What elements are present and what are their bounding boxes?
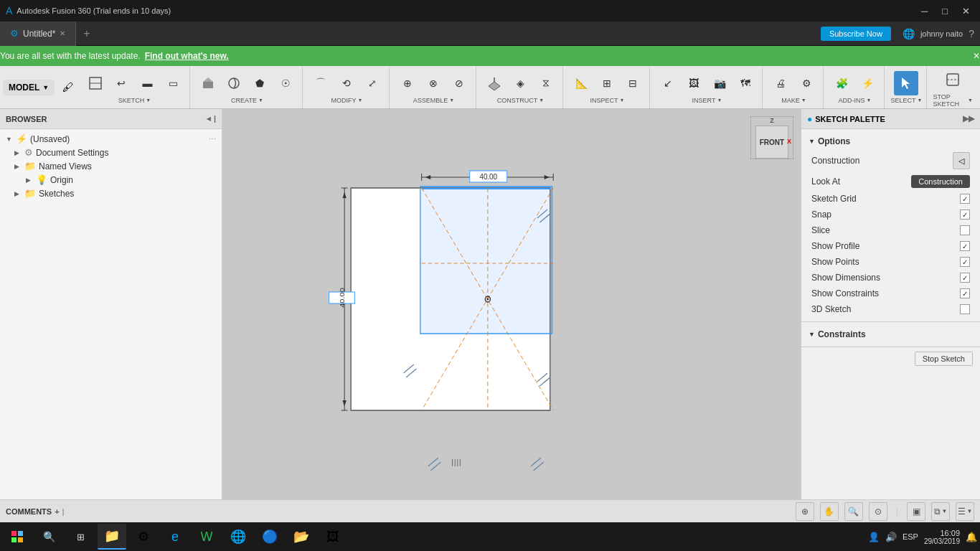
- view-settings-button[interactable]: ☰▼: [956, 502, 974, 521]
- construction-icon-button[interactable]: ◁: [953, 152, 970, 169]
- show-dimensions-checkbox[interactable]: ✓: [960, 273, 970, 283]
- tree-item-sketches[interactable]: ▶ 📁 Sketches: [0, 187, 222, 200]
- construct-point-button[interactable]: ⧖: [534, 71, 558, 95]
- insert-decal-button[interactable]: 📷: [707, 71, 732, 95]
- tree-item-named-views[interactable]: ▶ 📁 Named Views: [0, 159, 222, 173]
- taskbar-app-chrome[interactable]: 🔵: [255, 524, 284, 550]
- create-sweep-button[interactable]: ⬟: [248, 71, 272, 95]
- sidebar-expand-icon[interactable]: ◂: [207, 114, 211, 123]
- tree-item-origin[interactable]: ▶ 💡 Origin: [0, 173, 222, 187]
- grid-settings-button[interactable]: ⧉▼: [931, 502, 950, 521]
- sketch-line-button[interactable]: ▬: [135, 71, 159, 95]
- modify-fillet-button[interactable]: ⌒: [308, 71, 333, 95]
- show-points-checkbox[interactable]: ✓: [960, 257, 970, 267]
- clock[interactable]: 16:09 29/03/2019: [924, 529, 960, 545]
- canvas-area[interactable]: Z FRONT X: [222, 109, 801, 499]
- subscribe-now-button[interactable]: Subscribe Now: [821, 27, 891, 41]
- new-component-button[interactable]: 🖋: [59, 75, 77, 100]
- help-icon[interactable]: ?: [969, 28, 974, 39]
- create-loft-button[interactable]: ☉: [273, 71, 298, 95]
- modify-chamfer-button[interactable]: ⟲: [334, 71, 359, 95]
- banner-link[interactable]: Find out what's new.: [145, 51, 229, 61]
- sidebar-pin-icon[interactable]: |: [214, 114, 216, 123]
- pan-view-button[interactable]: ✋: [820, 502, 839, 521]
- language-indicator[interactable]: ESP: [903, 532, 918, 541]
- taskbar-app-photos[interactable]: 🖼: [319, 524, 347, 550]
- tree-item-document-settings[interactable]: ▶ ⚙ Document Settings: [0, 146, 222, 159]
- sketch-undo-button[interactable]: ↩: [109, 71, 133, 95]
- insert-derive-button[interactable]: ↙: [656, 71, 680, 95]
- make-group-label[interactable]: MAKE ▼: [781, 97, 806, 104]
- assemble-motion-button[interactable]: ⊘: [447, 71, 471, 95]
- banner-close-button[interactable]: ✕: [973, 51, 980, 61]
- minimize-button[interactable]: ─: [917, 4, 932, 18]
- modify-group-label[interactable]: MODIFY ▼: [331, 97, 363, 104]
- close-button[interactable]: ✕: [958, 4, 974, 18]
- addins-group-label[interactable]: ADD-INS ▼: [838, 97, 871, 104]
- notification-icon[interactable]: 🔔: [966, 532, 977, 542]
- maximize-button[interactable]: □: [938, 4, 952, 18]
- taskbar-app-settings[interactable]: ⚙: [129, 524, 158, 550]
- create-extrude-button[interactable]: [196, 71, 220, 95]
- zoom-window-button[interactable]: ⊙: [869, 502, 887, 521]
- sketch-group-label[interactable]: SKETCH ▼: [118, 97, 151, 104]
- insert-group-label[interactable]: INSERT ▼: [692, 97, 722, 104]
- taskbar-search-button[interactable]: 🔍: [34, 524, 63, 550]
- tree-item-root[interactable]: ▼ ⚡ (Unsaved) ⋯: [0, 132, 222, 146]
- stopsketch-group-label[interactable]: STOP SKETCH ▼: [933, 93, 973, 108]
- palette-constraints-header[interactable]: ▼ Constraints: [801, 326, 980, 342]
- insert-canvas-button[interactable]: 🖼: [682, 71, 706, 95]
- insert-svg-button[interactable]: 🗺: [733, 71, 758, 95]
- construct-group-label[interactable]: CONSTRUCT ▼: [497, 97, 544, 104]
- select-group-label[interactable]: SELECT ▼: [890, 97, 922, 104]
- addins-store-button[interactable]: ⚡: [855, 71, 880, 95]
- assemble-rigid-button[interactable]: ⊗: [421, 71, 446, 95]
- sketch-create-button[interactable]: [83, 71, 108, 95]
- 3d-sketch-checkbox[interactable]: [960, 304, 970, 314]
- model-selector[interactable]: MODEL ▼: [3, 80, 55, 95]
- palette-options-header[interactable]: ▼ Options: [801, 133, 980, 149]
- display-settings-button[interactable]: ▣: [907, 502, 925, 521]
- construct-axis-button[interactable]: ◈: [508, 71, 532, 95]
- document-tab[interactable]: ⚙ Untitled* ✕: [0, 22, 76, 46]
- show-constraints-checkbox[interactable]: ✓: [960, 288, 970, 298]
- network-icon[interactable]: 👤: [868, 532, 880, 542]
- inspect-group-label[interactable]: INSPECT ▼: [590, 97, 624, 104]
- assemble-group-label[interactable]: ASSEMBLE ▼: [413, 97, 454, 104]
- tree-actions-root[interactable]: ⋯: [209, 135, 216, 143]
- sketch-rect-button[interactable]: ▭: [161, 71, 185, 95]
- stop-sketch-button[interactable]: Stop Sketch: [915, 352, 973, 366]
- orbit-view-button[interactable]: ⊕: [796, 502, 814, 521]
- taskbar-app-ie[interactable]: e: [161, 524, 189, 550]
- taskbar-app-file-explorer[interactable]: 📁: [98, 524, 126, 550]
- taskbar-app-file-manager[interactable]: 📂: [287, 524, 316, 550]
- taskbar-taskview-button[interactable]: ⊞: [66, 524, 95, 550]
- volume-icon[interactable]: 🔊: [885, 532, 897, 542]
- slice-checkbox[interactable]: [960, 225, 970, 235]
- modify-shell-button[interactable]: ⤢: [360, 71, 385, 95]
- assemble-joint-button[interactable]: ⊕: [395, 71, 420, 95]
- construct-plane-button[interactable]: [482, 71, 507, 95]
- taskbar-app-word[interactable]: W: [192, 524, 221, 550]
- create-group-label[interactable]: CREATE ▼: [231, 97, 263, 104]
- comments-add-icon[interactable]: +: [55, 507, 59, 516]
- inspect-measure-button[interactable]: 📐: [569, 71, 593, 95]
- snap-checkbox[interactable]: ✓: [960, 209, 970, 220]
- new-tab-button[interactable]: +: [76, 27, 97, 40]
- sketch-grid-checkbox[interactable]: ✓: [960, 194, 970, 204]
- palette-expand-icon[interactable]: ▶▶: [963, 114, 974, 123]
- select-button[interactable]: [894, 71, 918, 95]
- make-3dprint-button[interactable]: 🖨: [768, 71, 793, 95]
- construction-tag-button[interactable]: Construction: [911, 175, 970, 188]
- zoom-view-button[interactable]: 🔍: [844, 502, 863, 521]
- stop-sketch-toolbar-button[interactable]: [941, 67, 965, 92]
- show-profile-checkbox[interactable]: ✓: [960, 241, 970, 251]
- taskbar-app-edge[interactable]: 🌐: [224, 524, 253, 550]
- make-settings-button[interactable]: ⚙: [794, 71, 819, 95]
- addins-scripts-button[interactable]: 🧩: [829, 71, 854, 95]
- windows-start-button[interactable]: [3, 524, 32, 550]
- create-revolve-button[interactable]: [222, 71, 246, 95]
- tab-close-icon[interactable]: ✕: [60, 29, 65, 37]
- inspect-section-button[interactable]: ⊞: [595, 71, 619, 95]
- inspect-display-button[interactable]: ⊟: [621, 71, 645, 95]
